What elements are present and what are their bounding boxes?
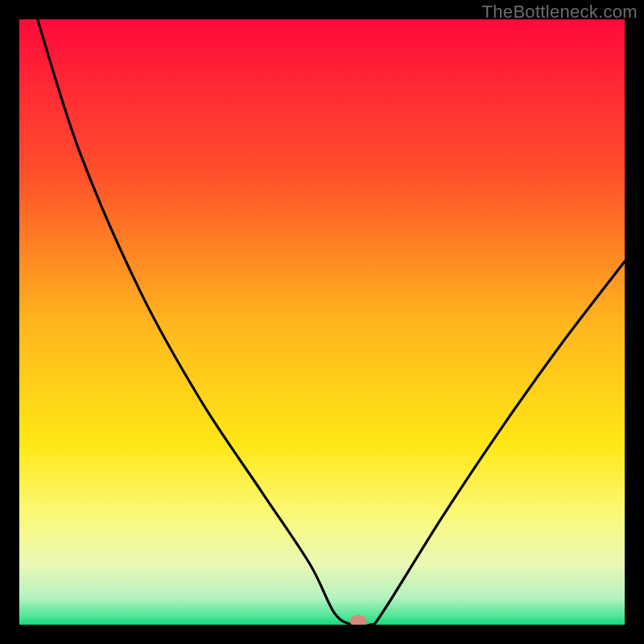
chart-svg <box>19 19 625 625</box>
watermark-text: TheBottleneck.com <box>482 2 638 23</box>
chart-frame: TheBottleneck.com <box>0 0 644 644</box>
plot-area <box>19 19 625 625</box>
gradient-background <box>19 19 625 625</box>
